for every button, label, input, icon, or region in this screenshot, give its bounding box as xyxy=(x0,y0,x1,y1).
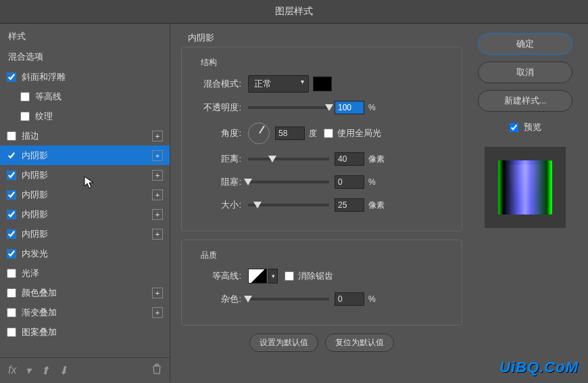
add-effect-icon[interactable]: + xyxy=(152,170,163,181)
sidebar-item-checkbox[interactable] xyxy=(7,229,16,239)
add-effect-icon[interactable]: + xyxy=(152,131,163,141)
cancel-button[interactable]: 取消 xyxy=(478,62,572,83)
settings-panel: 内阴影 结构 混合模式: 正常 不透明度: 100 % 角度: 58 度 使用全… xyxy=(170,24,473,382)
opacity-unit: % xyxy=(368,103,376,112)
sidebar-item-label: 渐变叠加 xyxy=(22,307,57,319)
sidebar-item-checkbox[interactable] xyxy=(7,171,16,180)
sidebar-item-6[interactable]: 内阴影+ xyxy=(0,185,170,204)
add-effect-icon[interactable]: + xyxy=(152,307,163,318)
structure-legend: 结构 xyxy=(198,57,220,68)
opacity-input[interactable]: 100 xyxy=(335,101,364,114)
sidebar-item-checkbox[interactable] xyxy=(20,92,30,102)
dialog-title: 图层样式 xyxy=(0,0,588,24)
angle-unit: 度 xyxy=(309,128,317,139)
add-effect-icon[interactable]: + xyxy=(152,189,163,200)
distance-label: 距离: xyxy=(194,153,241,165)
ok-button[interactable]: 确定 xyxy=(478,33,572,55)
sidebar-item-12[interactable]: 渐变叠加+ xyxy=(0,302,170,322)
right-column: 确定 取消 新建样式... 预览 xyxy=(473,24,588,382)
sidebar-item-label: 光泽 xyxy=(22,267,39,279)
sidebar-item-label: 图案叠加 xyxy=(22,326,57,338)
noise-unit: % xyxy=(368,294,376,304)
contour-label: 等高线: xyxy=(194,270,241,282)
sidebar-item-1[interactable]: 等高线 xyxy=(0,87,170,106)
chevron-down-icon[interactable]: ▾ xyxy=(26,364,31,377)
new-style-button[interactable]: 新建样式... xyxy=(478,90,572,112)
sidebar-item-2[interactable]: 纹理 xyxy=(0,106,170,126)
reset-default-button[interactable]: 复位为默认值 xyxy=(325,334,394,352)
sidebar-item-label: 内阴影 xyxy=(22,228,48,240)
angle-input[interactable]: 58 xyxy=(275,127,305,140)
fx-label[interactable]: fx xyxy=(8,364,16,376)
sidebar-item-checkbox[interactable] xyxy=(7,72,16,82)
sidebar-item-label: 颜色叠加 xyxy=(22,287,57,299)
add-effect-icon[interactable]: + xyxy=(152,209,163,220)
sidebar-item-11[interactable]: 颜色叠加+ xyxy=(0,283,170,302)
sidebar-item-5[interactable]: 内阴影+ xyxy=(0,165,170,185)
arrow-up-icon[interactable]: ⬆ xyxy=(41,364,49,377)
sidebar-item-4[interactable]: 内阴影+ xyxy=(0,145,170,165)
add-effect-icon[interactable]: + xyxy=(152,229,163,240)
size-unit: 像素 xyxy=(368,200,385,211)
size-input[interactable]: 25 xyxy=(335,198,364,212)
distance-input[interactable]: 40 xyxy=(335,152,364,166)
sidebar-item-0[interactable]: 斜面和浮雕 xyxy=(0,67,170,87)
contour-dropdown[interactable]: ▾ xyxy=(268,269,278,284)
sidebar-item-checkbox[interactable] xyxy=(7,328,16,337)
distance-unit: 像素 xyxy=(368,154,385,165)
opacity-label: 不透明度: xyxy=(194,102,241,114)
antialias-checkbox[interactable]: 消除锯齿 xyxy=(285,270,333,282)
sidebar-item-label: 描边 xyxy=(22,130,39,142)
sidebar-item-checkbox[interactable] xyxy=(7,269,16,278)
blend-mode-select[interactable]: 正常 xyxy=(248,75,309,93)
color-swatch[interactable] xyxy=(313,76,332,91)
choke-label: 阻塞: xyxy=(194,176,241,188)
sidebar-item-label: 纹理 xyxy=(35,110,53,122)
blend-mode-label: 混合模式: xyxy=(194,78,241,90)
choke-slider[interactable] xyxy=(248,181,329,183)
watermark: UiBQ.CoM xyxy=(499,359,579,376)
sidebar-item-checkbox[interactable] xyxy=(7,249,16,258)
choke-input[interactable]: 0 xyxy=(335,175,364,189)
choke-unit: % xyxy=(368,177,376,187)
sidebar-item-8[interactable]: 内阴影+ xyxy=(0,224,170,244)
styles-sidebar: 样式 混合选项 斜面和浮雕等高线纹理描边+内阴影+内阴影+内阴影+内阴影+内阴影… xyxy=(0,24,170,382)
sidebar-item-checkbox[interactable] xyxy=(7,190,16,200)
make-default-button[interactable]: 设置为默认值 xyxy=(249,334,318,352)
sidebar-header: 样式 xyxy=(0,24,170,47)
arrow-down-icon[interactable]: ⬇ xyxy=(59,364,68,377)
sidebar-item-3[interactable]: 描边+ xyxy=(0,126,170,145)
sidebar-item-checkbox[interactable] xyxy=(7,210,16,219)
sidebar-item-label: 内阴影 xyxy=(22,150,48,162)
contour-swatch[interactable] xyxy=(248,269,267,284)
add-effect-icon[interactable]: + xyxy=(152,288,163,298)
sidebar-footer: fx ▾ ⬆ ⬇ xyxy=(0,357,170,382)
distance-slider[interactable] xyxy=(248,158,329,160)
quality-legend: 品质 xyxy=(198,250,220,261)
trash-icon[interactable] xyxy=(152,363,162,377)
noise-label: 杂色: xyxy=(194,293,241,305)
sidebar-item-checkbox[interactable] xyxy=(7,308,16,317)
opacity-slider[interactable] xyxy=(248,106,329,109)
sidebar-item-label: 内阴影 xyxy=(22,189,48,201)
noise-slider[interactable] xyxy=(248,298,329,300)
angle-dial[interactable] xyxy=(248,122,270,144)
sidebar-item-9[interactable]: 内发光 xyxy=(0,244,170,263)
sidebar-item-13[interactable]: 图案叠加 xyxy=(0,322,170,342)
sidebar-item-10[interactable]: 光泽 xyxy=(0,263,170,283)
sidebar-item-checkbox[interactable] xyxy=(7,131,16,141)
blending-options[interactable]: 混合选项 xyxy=(0,47,170,67)
panel-title: 内阴影 xyxy=(188,32,462,44)
sidebar-item-label: 内阴影 xyxy=(22,169,48,181)
add-effect-icon[interactable]: + xyxy=(152,150,163,161)
noise-input[interactable]: 0 xyxy=(335,292,364,306)
global-light-checkbox[interactable]: 使用全局光 xyxy=(324,127,381,139)
preview-checkbox[interactable]: 预览 xyxy=(510,121,541,133)
sidebar-item-checkbox[interactable] xyxy=(7,151,16,160)
sidebar-item-checkbox[interactable] xyxy=(20,112,30,121)
sidebar-item-checkbox[interactable] xyxy=(7,288,16,298)
sidebar-item-7[interactable]: 内阴影+ xyxy=(0,204,170,224)
size-slider[interactable] xyxy=(248,204,329,206)
angle-label: 角度: xyxy=(194,127,241,139)
sidebar-item-label: 内阴影 xyxy=(22,208,48,221)
